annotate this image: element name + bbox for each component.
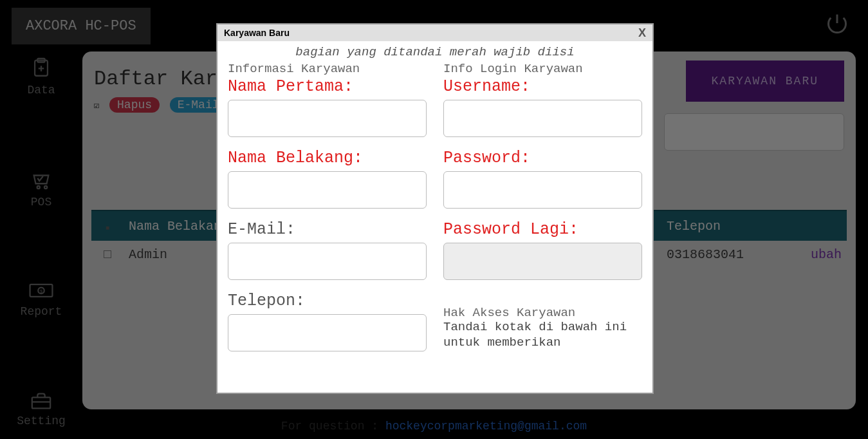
modal-titlebar: Karyawan Baru X bbox=[217, 24, 652, 41]
modal-hint: bagian yang ditandai merah wajib diisi bbox=[228, 45, 642, 59]
input-first-name[interactable] bbox=[228, 100, 427, 137]
close-icon[interactable]: X bbox=[638, 26, 646, 40]
label-password-again: Password Lagi: bbox=[443, 220, 642, 239]
field-last-name: Nama Belakang: bbox=[228, 149, 427, 209]
label-email: E-Mail: bbox=[228, 220, 427, 239]
label-password: Password: bbox=[443, 149, 642, 167]
label-phone: Telepon: bbox=[228, 292, 427, 310]
modal-title: Karyawan Baru bbox=[224, 28, 290, 38]
input-phone[interactable] bbox=[228, 314, 427, 351]
input-last-name[interactable] bbox=[228, 171, 427, 209]
input-email[interactable] bbox=[228, 243, 427, 280]
label-first-name: Nama Pertama: bbox=[228, 77, 427, 96]
section-access-rights: Hak Akses Karyawan bbox=[443, 306, 642, 320]
modal-body: bagian yang ditandai merah wajib diisi I… bbox=[217, 41, 652, 393]
input-username[interactable] bbox=[443, 100, 642, 137]
input-password-again[interactable] bbox=[443, 243, 642, 280]
field-first-name: Nama Pertama: bbox=[228, 77, 427, 137]
new-employee-modal: Karyawan Baru X bagian yang ditandai mer… bbox=[216, 23, 654, 394]
field-password-again: Password Lagi: bbox=[443, 220, 642, 280]
label-last-name: Nama Belakang: bbox=[228, 149, 427, 167]
field-username: Username: bbox=[443, 77, 642, 137]
access-note: Tandai kotak di bawah ini untuk memberik… bbox=[443, 320, 642, 351]
field-password: Password: bbox=[443, 149, 642, 209]
field-email: E-Mail: bbox=[228, 220, 427, 280]
input-password[interactable] bbox=[443, 171, 642, 209]
section-employee-info: Informasi Karyawan bbox=[228, 62, 427, 76]
label-username: Username: bbox=[443, 77, 642, 96]
section-login-info: Info Login Karyawan bbox=[443, 62, 642, 76]
field-phone: Telepon: bbox=[228, 292, 427, 351]
